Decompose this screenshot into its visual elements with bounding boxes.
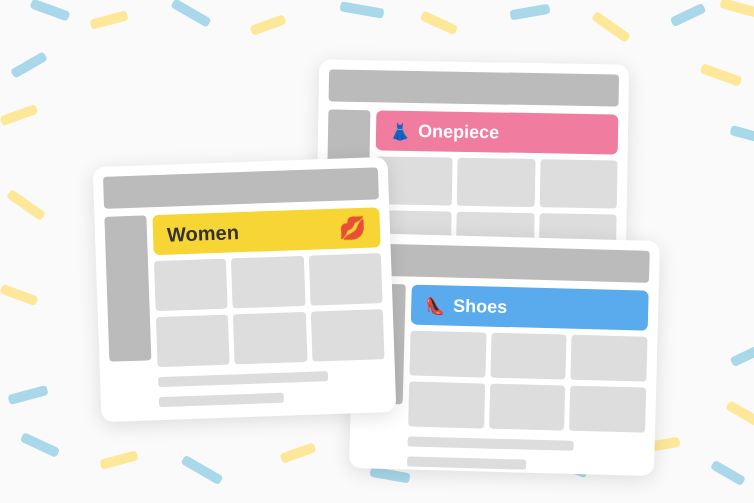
women-cell-3 <box>309 253 383 305</box>
cards-container: 👗 Onepiece <box>87 42 667 462</box>
shoes-body: 👠 Shoes <box>349 283 659 476</box>
shoes-cell-4 <box>408 381 485 428</box>
onepiece-label: Onepiece <box>418 120 499 142</box>
shoes-cell-5 <box>489 383 566 430</box>
women-cell-1 <box>154 258 228 310</box>
onepiece-header-bar <box>329 69 620 106</box>
lips-icon: 💋 <box>338 214 366 241</box>
shoes-cell-2 <box>490 332 567 379</box>
shoes-grid-row1 <box>409 330 647 381</box>
card-shoes: 👠 Shoes <box>349 233 660 476</box>
onepiece-grid-row1 <box>375 156 618 208</box>
women-cell-5 <box>233 311 307 363</box>
shoes-banner: 👠 Shoes <box>411 284 649 330</box>
women-main: Women 💋 <box>152 207 386 407</box>
shoes-cell-3 <box>571 334 648 381</box>
shoes-text-line2 <box>407 456 526 469</box>
onepiece-banner: 👗 Onepiece <box>376 110 619 154</box>
shoes-cell-1 <box>409 330 486 377</box>
card-women: Women 💋 <box>93 156 397 421</box>
women-text-line <box>158 371 328 387</box>
shoes-grid-row2 <box>408 381 646 432</box>
shoes-header-bar <box>364 243 650 282</box>
dress-icon: 👗 <box>390 120 410 140</box>
women-cell-6 <box>310 309 384 361</box>
women-cell-4 <box>156 314 230 366</box>
women-sidebar <box>104 215 151 361</box>
shoe-icon: 👠 <box>425 294 446 315</box>
women-label: Women <box>167 220 240 245</box>
women-grid-row1 <box>154 253 383 311</box>
onepiece-cell-2 <box>457 157 535 206</box>
onepiece-cell-3 <box>539 159 617 208</box>
women-header-bar <box>103 167 379 209</box>
women-grid-row2 <box>156 309 385 367</box>
scene: 👗 Onepiece <box>0 0 754 503</box>
women-banner: Women 💋 <box>152 207 380 255</box>
shoes-label: Shoes <box>453 295 508 317</box>
shoes-text-line <box>408 436 574 450</box>
women-cell-2 <box>231 255 305 307</box>
women-body: Women 💋 <box>94 206 396 416</box>
shoes-cell-6 <box>569 385 646 432</box>
women-text-line2 <box>159 392 284 406</box>
shoes-main: 👠 Shoes <box>407 284 649 472</box>
